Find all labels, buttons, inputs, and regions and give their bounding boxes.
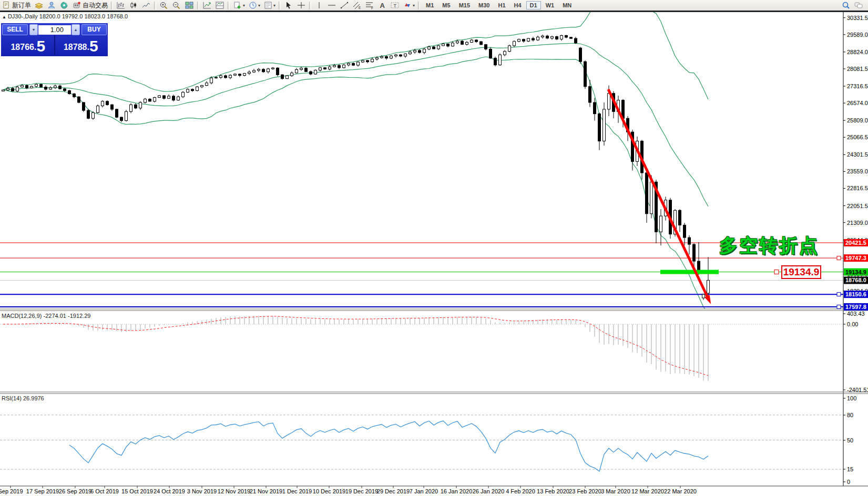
candle-body — [116, 109, 118, 117]
candle-body — [310, 71, 312, 74]
bollinger-lower-band — [3, 57, 708, 313]
date-tick-label: 15 Oct 2019 — [121, 488, 153, 494]
sell-price-main: 18766. — [11, 40, 36, 54]
candle-body — [433, 47, 435, 49]
price-tag-label: 18768.0 — [845, 277, 866, 283]
level-line-handle[interactable] — [837, 293, 841, 296]
candle-body — [206, 83, 208, 86]
trend-arrow-line[interactable] — [608, 89, 709, 299]
candle-body — [45, 87, 47, 89]
rsi-tick-label: 80 — [847, 412, 853, 418]
candle-body — [277, 68, 279, 75]
chart-title-text: DJ30-,Daily 18200.0 19792.0 18023.0 1876… — [8, 13, 128, 19]
candle-body — [556, 37, 558, 39]
candle-body — [2, 90, 5, 91]
candle-body — [314, 70, 317, 74]
candle-body — [376, 58, 379, 59]
candle-body — [480, 42, 483, 45]
price-tick-label: 26574.0 — [847, 100, 868, 106]
candle-body — [291, 73, 293, 76]
candle-body — [120, 117, 123, 120]
volume-increase-button[interactable]: ▲ — [72, 24, 80, 35]
macd-value: -2274.01 — [43, 313, 66, 319]
candle-body — [196, 87, 199, 90]
price-tick-label: 27316.5 — [847, 83, 868, 89]
candle-body — [40, 84, 43, 87]
candle-body — [537, 37, 539, 40]
candle-body — [693, 244, 696, 261]
volume-input[interactable]: 1.00 — [38, 25, 71, 35]
candle-body — [650, 182, 653, 214]
date-tick-label: 21 Nov 2019 — [250, 488, 282, 494]
candle-body — [111, 105, 114, 109]
date-tick-label: 23 Feb 2020 — [569, 488, 601, 494]
candle-body — [215, 77, 218, 78]
chart-title: ▲DJ30-,Daily 18200.0 19792.0 18023.0 187… — [2, 13, 128, 19]
candle-body — [286, 76, 289, 79]
candle-body — [187, 89, 189, 92]
candle-body — [262, 69, 265, 72]
volume-decrease-button[interactable]: ▼ — [29, 24, 38, 35]
candle-body — [461, 41, 464, 44]
candle-body — [253, 70, 256, 72]
date-tick-label: 22 Mar 2020 — [664, 488, 697, 494]
candle-body — [295, 69, 298, 73]
date-tick-label: Sep 2019 — [0, 488, 23, 494]
candle-body — [527, 38, 530, 41]
candles — [2, 35, 710, 300]
level-line-handle[interactable] — [837, 256, 841, 260]
sell-price[interactable]: 18766.5 — [2, 35, 55, 55]
date-tick-label: 17 Sep 2019 — [26, 488, 59, 494]
candle-body — [106, 101, 109, 105]
candle-body — [542, 36, 544, 37]
buy-price[interactable]: 18788.5 — [55, 35, 107, 55]
candle-body — [698, 261, 700, 271]
candle-body — [149, 99, 151, 101]
candle-body — [125, 111, 128, 120]
date-tick-label: 7 Jan 2020 — [410, 488, 438, 494]
candle-body — [418, 50, 421, 53]
candle-body — [575, 38, 577, 43]
rsi-pane — [0, 415, 843, 471]
sell-button[interactable]: SELL — [2, 24, 28, 35]
candle-body — [101, 101, 104, 106]
buy-button[interactable]: BUY — [81, 24, 107, 35]
candle-body — [234, 74, 237, 75]
candle-body — [182, 92, 185, 97]
candle-body — [272, 68, 274, 69]
macd-tick-label: -2401.51 — [847, 387, 868, 393]
candle-body — [73, 94, 76, 97]
date-tick-label: 4 Feb 2020 — [506, 488, 535, 494]
callout-anchor-handle[interactable] — [774, 270, 779, 274]
price-tag-label: 19747.3 — [845, 255, 866, 261]
price-tag-label: 18150.6 — [845, 291, 866, 297]
candle-body — [54, 86, 57, 87]
candle-body — [608, 94, 610, 109]
candle-body — [381, 57, 383, 58]
macd-tick-label: 0.00 — [847, 321, 858, 327]
candle-body — [702, 294, 705, 298]
candle-body — [456, 41, 459, 43]
candle-body — [281, 75, 284, 78]
level-line-handle[interactable] — [837, 305, 841, 309]
candle-body — [523, 39, 525, 41]
candle-body — [49, 88, 52, 89]
candle-body — [404, 54, 407, 56]
candle-body — [352, 64, 355, 65]
candle-body — [144, 99, 147, 102]
candle-body — [87, 110, 90, 118]
turning-point-annotation[interactable]: 多空转折点 — [719, 233, 819, 258]
price-tick-label: 23559.0 — [847, 168, 868, 174]
candle-body — [338, 66, 341, 68]
candle-body — [21, 86, 24, 87]
level-lines — [0, 243, 843, 307]
candle-body — [589, 87, 591, 102]
date-tick-label: 16 Jan 2020 — [441, 488, 473, 494]
candle-body — [442, 44, 445, 45]
level-callout-box[interactable]: 19134.9 — [781, 265, 821, 279]
highlight-zone-bar[interactable] — [660, 270, 719, 274]
price-tick-label: 22051.5 — [847, 203, 868, 209]
candle-body — [400, 55, 402, 56]
candle-body — [68, 91, 71, 94]
rsi-label: RSI(14) 26.9976 — [2, 395, 44, 401]
